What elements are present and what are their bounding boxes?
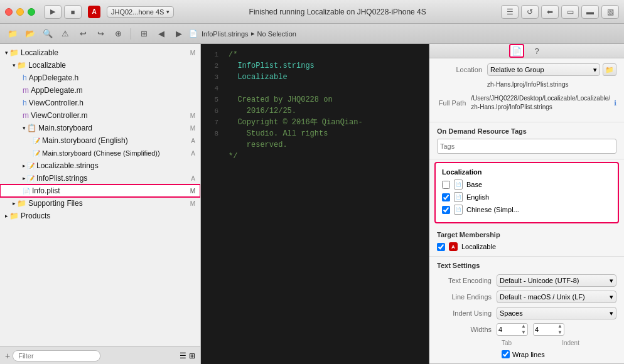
single-panel-icon[interactable]: ▭ bbox=[561, 5, 579, 19]
sidebar-item-label: Supporting Files bbox=[28, 199, 83, 208]
sidebar-item-main-storyboard[interactable]: ▾ 📋 Main.storyboard M bbox=[0, 122, 200, 134]
indent-stepper[interactable]: ▲ ▼ bbox=[557, 323, 562, 336]
sidebar-item-appdelegate-h[interactable]: h AppDelegate.h bbox=[0, 72, 200, 84]
file-tree: ▾ 📁 Localizable M ▾ 📁 Localizable h AppD… bbox=[0, 44, 200, 346]
back-nav-icon[interactable]: ◀ bbox=[154, 27, 169, 41]
location-file-button[interactable]: 📁 bbox=[603, 63, 616, 76]
sidebar-item-label: ViewController.h bbox=[29, 99, 83, 107]
view-controls: ☰ ↺ ⬅ ▭ ▬ ▧ bbox=[501, 5, 619, 19]
tags-input[interactable] bbox=[437, 139, 616, 154]
toolbar-separator bbox=[131, 28, 131, 40]
sidebar-item-localizable-strings[interactable]: ▸ 📝 Localizable.strings bbox=[0, 159, 200, 172]
chevron-right-icon: ▸ bbox=[23, 175, 26, 181]
forward-nav-icon[interactable]: ▶ bbox=[171, 27, 186, 41]
h-file-icon: h bbox=[23, 73, 27, 82]
maximize-button[interactable] bbox=[28, 8, 35, 16]
split-panel-icon[interactable]: ▬ bbox=[581, 5, 599, 19]
run-button[interactable]: ▶ bbox=[44, 5, 62, 19]
sidebar-item-viewcontroller-h[interactable]: h ViewController.h bbox=[0, 97, 200, 109]
list-view-icon[interactable]: ☰ bbox=[501, 5, 519, 19]
indent-width-input[interactable]: 4 ▲ ▼ bbox=[533, 323, 564, 336]
loc-chinese-checkbox[interactable] bbox=[442, 206, 450, 214]
sidebar-item-info-plist[interactable]: 📄 Info.plist M bbox=[0, 185, 200, 197]
inspector-panel-icon[interactable]: ▧ bbox=[601, 5, 619, 19]
code-line: InfoPlist.strings bbox=[229, 60, 429, 72]
indent-using-dropdown[interactable]: Spaces ▾ bbox=[497, 307, 616, 319]
sidebar-item-infoplist-strings[interactable]: ▸ 📝 InfoPlist.strings A bbox=[0, 172, 200, 185]
tab-stepper[interactable]: ▲ ▼ bbox=[521, 323, 526, 336]
base-file-icon: 📄 bbox=[454, 179, 463, 190]
stepper-down-icon[interactable]: ▼ bbox=[521, 329, 526, 336]
add-icon[interactable]: + bbox=[5, 351, 10, 361]
target-item-localizable: A Localizable bbox=[437, 242, 616, 251]
location-section: Location Relative to Group ▾ 📁 zh-Hans.l… bbox=[429, 58, 624, 122]
text-settings-section: Text Settings Text Encoding Default - Un… bbox=[429, 257, 624, 363]
chevron-right-icon: ▸ bbox=[13, 200, 16, 206]
location-value: Relative to Group ▾ 📁 bbox=[487, 63, 616, 76]
refresh-icon[interactable]: ↺ bbox=[521, 5, 539, 19]
sidebar-item-appdelegate-m[interactable]: m AppDelegate.m bbox=[0, 84, 200, 97]
filter-area: + bbox=[5, 350, 100, 361]
warning-icon[interactable]: ⚠ bbox=[58, 27, 73, 41]
location-dropdown[interactable]: Relative to Group ▾ bbox=[487, 63, 600, 76]
main-area: ▾ 📁 Localizable M ▾ 📁 Localizable h AppD… bbox=[0, 44, 624, 364]
redo-icon[interactable]: ↪ bbox=[93, 27, 108, 41]
info-icon[interactable]: ℹ bbox=[614, 99, 616, 107]
chevron-down-icon: ▾ bbox=[593, 66, 597, 74]
sidebar-item-label: Localizable bbox=[21, 48, 58, 57]
chevron-down-icon: ▾ bbox=[610, 293, 613, 301]
indent-using-value: Spaces bbox=[500, 309, 523, 317]
code-line: reserved. bbox=[229, 139, 429, 151]
sidebar-item-storyboard-chinese[interactable]: 📝 Main.storyboard (Chinese (Simplified))… bbox=[0, 147, 200, 159]
storyboard-icon: 📋 bbox=[27, 124, 36, 132]
close-button[interactable] bbox=[5, 8, 13, 16]
code-line: 2016/12/25. bbox=[229, 105, 429, 117]
target-checkbox[interactable] bbox=[437, 243, 445, 251]
search-icon[interactable]: 🔍 bbox=[40, 27, 55, 41]
inspector-help-tab[interactable]: ? bbox=[529, 44, 544, 58]
text-encoding-dropdown[interactable]: Default - Unicode (UTF-8) ▾ bbox=[497, 274, 616, 287]
add-file-icon[interactable]: 📁 bbox=[5, 27, 20, 41]
scheme-selector[interactable]: JHQ02...hone 4S ▾ bbox=[107, 6, 174, 18]
stop-button[interactable]: ■ bbox=[64, 5, 82, 19]
hierarchy-icon[interactable]: ⊞ bbox=[189, 351, 195, 360]
undo-icon[interactable]: ↩ bbox=[75, 27, 90, 41]
sidebar-item-storyboard-english[interactable]: 📝 Main.storyboard (English) A bbox=[0, 134, 200, 147]
minimize-button[interactable] bbox=[16, 8, 24, 16]
sidebar-item-label: AppDelegate.h bbox=[29, 73, 78, 82]
code-editor[interactable]: 1 2 3 4 5 6 7 8 /* InfoPlist.strings Loc… bbox=[201, 44, 429, 364]
filter-input[interactable] bbox=[13, 350, 100, 361]
stepper-down-icon[interactable]: ▼ bbox=[557, 329, 562, 336]
sidebar-item-viewcontroller-m[interactable]: m ViewController.m M bbox=[0, 109, 200, 122]
inspector-nav: 📄 ? bbox=[429, 44, 624, 58]
badge-m: M bbox=[190, 50, 195, 56]
breadcrumb-file: InfoPlist.strings bbox=[202, 30, 249, 38]
badge-a: A bbox=[191, 175, 195, 182]
sidebar-item-supporting-files[interactable]: ▸ 📁 Supporting Files M bbox=[0, 197, 200, 210]
text-settings-title: Text Settings bbox=[437, 262, 616, 269]
sidebar-item-localizable-root[interactable]: ▾ 📁 Localizable M bbox=[0, 46, 200, 59]
indent-using-row: Indent Using Spaces ▾ bbox=[437, 307, 616, 319]
line-endings-dropdown[interactable]: Default - macOS / Unix (LF) ▾ bbox=[497, 291, 616, 303]
git-diff-icon[interactable]: ⊕ bbox=[110, 27, 126, 41]
loc-base-checkbox[interactable] bbox=[442, 181, 450, 189]
grid-icon[interactable]: ⊞ bbox=[136, 27, 151, 41]
back-icon[interactable]: ⬅ bbox=[541, 5, 559, 19]
sidebar-item-localizable-group[interactable]: ▾ 📁 Localizable bbox=[0, 59, 200, 72]
loc-english-checkbox[interactable] bbox=[442, 193, 450, 201]
code-line bbox=[229, 83, 429, 94]
stepper-up-icon[interactable]: ▲ bbox=[521, 323, 526, 329]
view-toggle: ☰ ⊞ bbox=[180, 351, 195, 360]
list-icon[interactable]: ☰ bbox=[180, 351, 186, 360]
stepper-up-icon[interactable]: ▲ bbox=[557, 323, 562, 329]
sidebar-item-products[interactable]: ▸ 📁 Products bbox=[0, 210, 200, 222]
add-group-icon[interactable]: 📂 bbox=[23, 27, 38, 41]
inspector-file-tab[interactable]: 📄 bbox=[509, 44, 524, 58]
target-title: Target Membership bbox=[437, 231, 616, 238]
titlebar: ▶ ■ A JHQ02...hone 4S ▾ Finished running… bbox=[0, 0, 624, 24]
wrap-lines-checkbox[interactable] bbox=[502, 350, 510, 358]
code-line: Created by JHQ0228 on bbox=[229, 94, 429, 105]
tab-width-input[interactable]: 4 ▲ ▼ bbox=[497, 323, 528, 336]
chevron-down-icon: ▾ bbox=[166, 9, 169, 15]
target-app-icon: A bbox=[449, 242, 458, 251]
